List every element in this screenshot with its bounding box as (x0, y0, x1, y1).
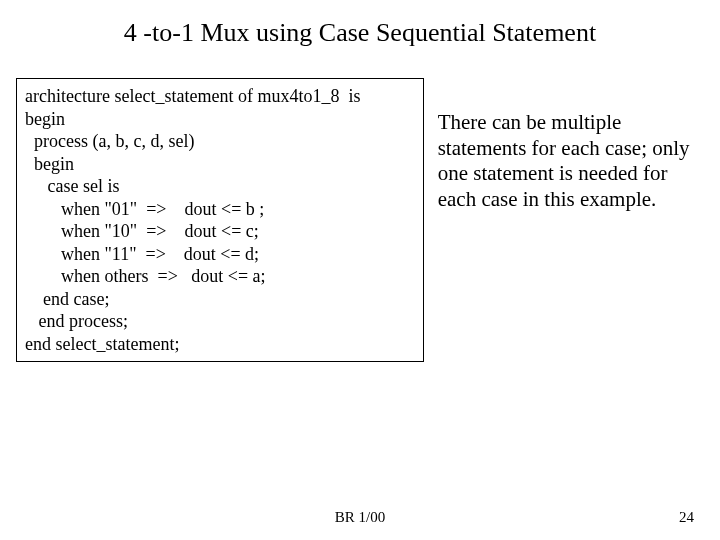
code-line: begin (25, 153, 415, 176)
code-line: architecture select_statement of mux4to1… (25, 85, 415, 108)
explanation-text: There can be multiple statements for eac… (438, 78, 704, 212)
footer-credit: BR 1/00 (0, 509, 720, 526)
code-line: when "11" => dout <= d; (25, 243, 415, 266)
page-number: 24 (679, 509, 694, 526)
content-row: architecture select_statement of mux4to1… (10, 78, 710, 362)
code-line: when "01" => dout <= b ; (25, 198, 415, 221)
code-line: begin (25, 108, 415, 131)
code-line: end select_statement; (25, 333, 415, 356)
code-line: when others => dout <= a; (25, 265, 415, 288)
code-line: end case; (25, 288, 415, 311)
code-line: end process; (25, 310, 415, 333)
slide: 4 -to-1 Mux using Case Sequential Statem… (0, 0, 720, 540)
page-title: 4 -to-1 Mux using Case Sequential Statem… (10, 18, 710, 48)
code-line: process (a, b, c, d, sel) (25, 130, 415, 153)
code-box: architecture select_statement of mux4to1… (16, 78, 424, 362)
code-line: when "10" => dout <= c; (25, 220, 415, 243)
code-line: case sel is (25, 175, 415, 198)
